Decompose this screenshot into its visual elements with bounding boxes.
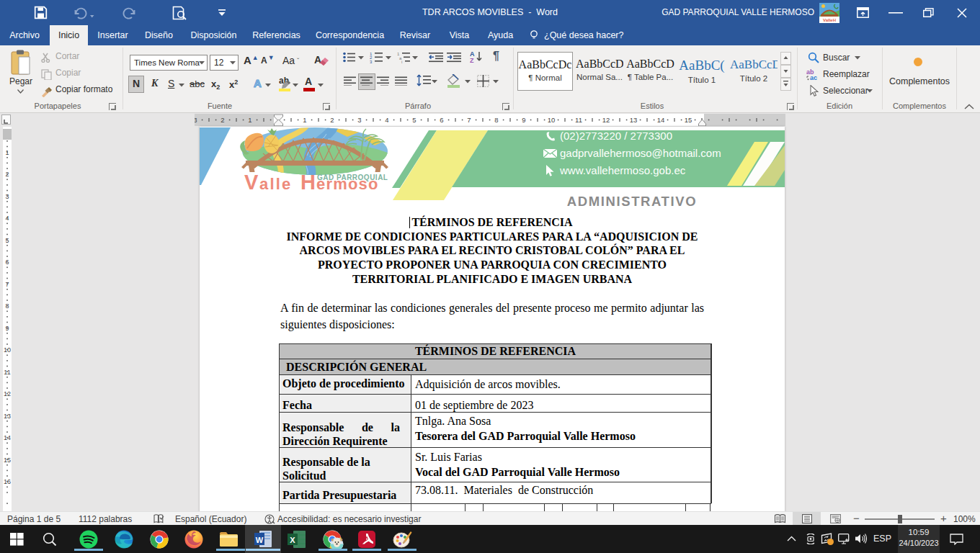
svg-text:1: 1 <box>303 116 306 124</box>
svg-text:13: 13 <box>630 116 638 124</box>
svg-text:X: X <box>290 536 295 544</box>
svg-text:11: 11 <box>575 116 582 124</box>
svg-text:7: 7 <box>467 116 471 124</box>
svg-text:ValleH: ValleH <box>823 18 836 22</box>
svg-text:i: i <box>401 60 402 63</box>
svg-text:5: 5 <box>412 116 416 124</box>
svg-text:12: 12 <box>602 116 610 124</box>
svg-text:(02)2773220 / 2773300: (02)2773220 / 2773300 <box>560 130 672 142</box>
svg-text:2: 2 <box>220 116 224 124</box>
svg-text:H: H <box>300 171 316 194</box>
svg-text:alle: alle <box>259 175 293 193</box>
svg-text:ADMINISTRATIVO: ADMINISTRATIVO <box>567 194 697 209</box>
svg-text:ac: ac <box>810 74 817 81</box>
svg-text:gadprvallehermoso@hotmail.com: gadprvallehermoso@hotmail.com <box>560 147 721 159</box>
svg-text:3: 3 <box>370 60 373 64</box>
svg-text:6: 6 <box>440 116 443 124</box>
svg-text:W: W <box>256 536 264 544</box>
svg-text:3: 3 <box>195 116 197 124</box>
svg-text:4: 4 <box>385 116 388 124</box>
svg-text:www.vallehermoso.gob.ec: www.vallehermoso.gob.ec <box>559 164 686 176</box>
svg-text:Z: Z <box>470 57 474 63</box>
svg-text:GAD PARROQUIAL: GAD PARROQUIAL <box>317 174 388 181</box>
svg-text:14: 14 <box>657 116 665 124</box>
svg-text:9: 9 <box>522 116 525 124</box>
svg-text:V: V <box>244 171 259 194</box>
svg-text:1: 1 <box>248 116 251 124</box>
svg-text:3: 3 <box>357 116 361 124</box>
svg-text:8: 8 <box>494 116 498 124</box>
svg-text:2: 2 <box>330 116 334 124</box>
svg-text:15: 15 <box>685 116 692 124</box>
svg-text:10: 10 <box>548 116 556 124</box>
